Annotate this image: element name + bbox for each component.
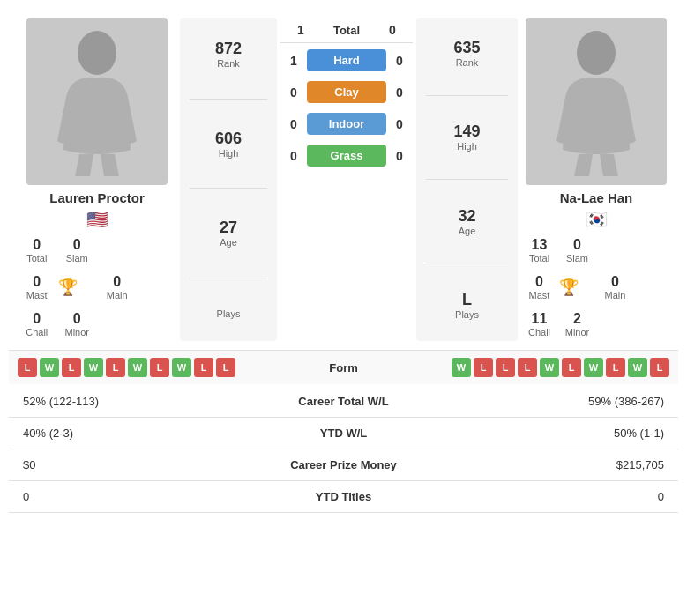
stats-table: 52% (122-113) Career Total W/L 59% (386-… (9, 386, 678, 513)
form-badge: L (650, 358, 669, 377)
player1-name: Lauren Proctor (49, 190, 145, 205)
form-badge: W (540, 358, 559, 377)
form-badge: W (40, 358, 59, 377)
total-left: 1 (287, 23, 314, 37)
hard-right: 0 (386, 54, 413, 68)
player2-mid-stats: 635 Rank 149 High 32 Age L Plays (416, 18, 518, 341)
trophy-icon-p2: 🏆 (559, 274, 595, 301)
form-section: LWLWLWLWLL Form WLLLWLWLWL (9, 350, 678, 384)
grass-label: Grass (307, 145, 386, 167)
indoor-button: Indoor (307, 113, 386, 135)
player2-mast: 0 Mast (521, 274, 557, 301)
form-badge: L (150, 358, 169, 377)
form-badge: L (562, 358, 581, 377)
player2-plays-label: Plays (422, 309, 512, 320)
player2-chall: 11 Chall (521, 311, 557, 338)
total-right: 0 (379, 23, 406, 37)
hard-row: 1 Hard 0 (280, 46, 413, 75)
player1-age-label: Age (185, 237, 272, 248)
player1-plays-box: Plays (185, 303, 272, 324)
player1-rank-value: 872 (185, 40, 272, 58)
stats-row: 52% (122-113) Career Total W/L 59% (386-… (9, 386, 678, 418)
player1-age-value: 27 (185, 219, 272, 237)
player2-form: WLLLWLWLWL (397, 358, 670, 377)
form-badge: L (606, 358, 625, 377)
stat-right: 59% (386-267) (458, 386, 678, 418)
player2-total: 13 Total (521, 237, 557, 263)
divider3 (190, 278, 267, 278)
stat-center: YTD Titles (229, 481, 457, 513)
stats-row: 0 YTD Titles 0 (9, 481, 678, 513)
player1-mid-stats: 872 Rank 606 High 27 Age Plays (180, 18, 277, 341)
form-badge: L (518, 358, 537, 377)
player1-main: 0 Main (98, 274, 137, 301)
player1-form: LWLWLWLWLL (18, 358, 291, 377)
form-badge: W (128, 358, 147, 377)
stat-center: YTD W/L (229, 418, 457, 449)
divider2 (190, 188, 267, 189)
player2-plays-box: L Plays (422, 286, 512, 325)
player1-plays-label: Plays (185, 308, 272, 319)
player1-card: Lauren Proctor 🇺🇸 0 Total 0 Slam 0 Mast … (18, 18, 176, 341)
indoor-left: 0 (280, 117, 307, 131)
stats-row: $0 Career Prize Money $215,705 (9, 449, 678, 481)
svg-point-1 (577, 31, 616, 75)
player2-age-box: 32 Age (422, 202, 512, 241)
player2-high-box: 149 High (422, 117, 512, 157)
player2-avatar (526, 18, 667, 185)
player2-plays-value: L (422, 291, 512, 309)
player2-high-label: High (422, 141, 512, 152)
form-badge: L (216, 358, 235, 377)
player2-age-label: Age (422, 226, 512, 236)
form-badge: L (474, 358, 493, 377)
player1-age-box: 27 Age (185, 213, 272, 253)
player1-avatar (26, 18, 168, 185)
player2-name: Na-Lae Han (560, 190, 633, 205)
player2-main: 0 Main (597, 274, 633, 301)
indoor-right: 0 (386, 117, 413, 131)
player1-high-box: 606 High (185, 124, 272, 164)
player1-high-value: 606 (185, 130, 272, 148)
center-comparison: 1 Total 0 1 Hard 0 0 Clay 0 (280, 18, 413, 341)
grass-left: 0 (280, 149, 307, 163)
stat-right: 50% (1-1) (458, 418, 678, 449)
divider5 (426, 179, 508, 180)
form-badge: W (84, 358, 103, 377)
stat-right: 0 (458, 481, 678, 513)
stat-left: 52% (122-113) (9, 386, 229, 418)
trophy-icon-p1: 🏆 (58, 274, 97, 301)
divider4 (426, 95, 508, 96)
grass-row: 0 Grass 0 (280, 141, 413, 170)
player1-rank-box: 872 Rank (185, 34, 272, 74)
hard-label: Hard (307, 49, 386, 71)
indoor-row: 0 Indoor 0 (280, 109, 413, 138)
player1-rank-label: Rank (185, 58, 272, 69)
player2-age-value: 32 (422, 207, 512, 226)
indoor-label: Indoor (307, 113, 386, 135)
player2-rank-box: 635 Rank (422, 33, 512, 73)
hard-left: 1 (280, 54, 307, 68)
svg-point-0 (78, 31, 116, 75)
form-badge: L (194, 358, 213, 377)
player2-rank-value: 635 (422, 39, 512, 57)
player1-high-label: High (185, 148, 272, 159)
stat-center: Career Prize Money (229, 449, 457, 481)
total-label: Total (333, 24, 360, 37)
divider1 (190, 99, 267, 100)
player1-mast: 0 Mast (18, 274, 56, 301)
clay-label: Clay (307, 81, 386, 103)
player2-rank-label: Rank (422, 57, 512, 68)
clay-left: 0 (280, 85, 307, 100)
form-badge: W (584, 358, 603, 377)
stat-left: 40% (2-3) (9, 418, 229, 449)
player1-chall: 0 Chall (18, 311, 56, 338)
hard-button: Hard (307, 49, 386, 71)
grass-right: 0 (386, 149, 413, 163)
player2-high-value: 149 (422, 122, 512, 141)
form-badge: L (62, 358, 81, 377)
stat-left: $0 (9, 449, 229, 481)
clay-right: 0 (386, 85, 413, 100)
clay-row: 0 Clay 0 (280, 78, 413, 107)
clay-button: Clay (307, 81, 386, 103)
player2-card: Na-Lae Han 🇰🇷 13 Total 0 Slam 0 Mast 🏆 (521, 18, 671, 341)
